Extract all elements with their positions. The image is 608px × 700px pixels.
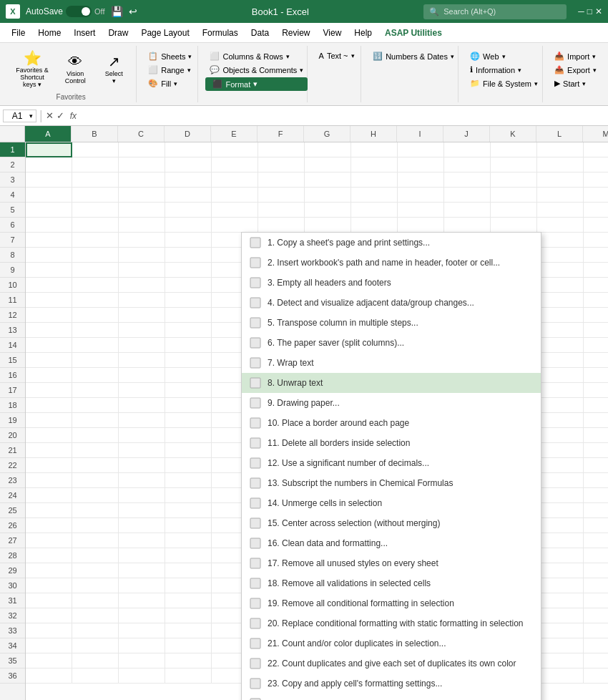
col-header-G[interactable]: G	[304, 126, 350, 142]
format-menu-item-10[interactable]: 10. Place a border around each page	[242, 413, 541, 433]
cell-L6[interactable]	[537, 218, 584, 233]
cell-C17[interactable]	[119, 383, 165, 398]
row-header-27[interactable]: 27	[0, 533, 25, 548]
row-header-22[interactable]: 22	[0, 458, 25, 473]
cell-F3[interactable]	[258, 172, 305, 188]
row-header-6[interactable]: 6	[0, 218, 25, 233]
cell-H4[interactable]	[351, 188, 398, 203]
cell-K6[interactable]	[491, 218, 537, 233]
cell-L1[interactable]	[537, 142, 584, 157]
cell-K3[interactable]	[491, 172, 537, 188]
cell-L16[interactable]	[537, 368, 584, 383]
cell-B13[interactable]	[72, 323, 119, 338]
cell-A1[interactable]	[26, 142, 72, 157]
row-header-20[interactable]: 20	[0, 428, 25, 443]
cell-L27[interactable]	[537, 533, 584, 548]
cell-C15[interactable]	[119, 353, 165, 368]
cell-I1[interactable]	[398, 142, 444, 157]
cell-C3[interactable]	[119, 172, 165, 188]
cell-B10[interactable]	[72, 278, 119, 293]
cell-D17[interactable]	[165, 383, 212, 398]
cell-F4[interactable]	[258, 188, 305, 203]
cell-D16[interactable]	[165, 368, 212, 383]
confirm-formula-icon[interactable]: ✓	[57, 110, 64, 121]
format-menu-item-4[interactable]: 4. Detect and visualize adjacent data/gr…	[242, 293, 541, 313]
autosave-toggle[interactable]	[66, 6, 92, 17]
cell-B15[interactable]	[72, 353, 119, 368]
row-header-30[interactable]: 30	[0, 578, 25, 593]
cell-M28[interactable]	[584, 548, 608, 563]
sheets-btn[interactable]: 📋 Sheets▾	[144, 50, 196, 62]
cell-L28[interactable]	[537, 548, 584, 563]
corner-cell[interactable]	[0, 126, 25, 142]
fill-btn[interactable]: 🎨 Fill▾	[144, 77, 196, 89]
cell-A4[interactable]	[26, 188, 72, 203]
cell-D12[interactable]	[165, 308, 212, 323]
cell-C9[interactable]	[119, 263, 165, 278]
cell-D26[interactable]	[165, 518, 212, 533]
cell-L20[interactable]	[537, 428, 584, 443]
cell-B17[interactable]	[72, 383, 119, 398]
cell-ref-dropdown[interactable]: ▾	[29, 112, 33, 120]
row-header-14[interactable]: 14	[0, 338, 25, 353]
row-header-31[interactable]: 31	[0, 593, 25, 608]
cell-B16[interactable]	[72, 368, 119, 383]
menu-view[interactable]: View	[318, 25, 348, 41]
cell-L29[interactable]	[537, 563, 584, 578]
cell-D27[interactable]	[165, 533, 212, 548]
cell-A9[interactable]	[26, 263, 72, 278]
cell-B27[interactable]	[72, 533, 119, 548]
cell-B9[interactable]	[72, 263, 119, 278]
cell-A17[interactable]	[26, 383, 72, 398]
cell-C11[interactable]	[119, 293, 165, 308]
format-menu-item-23[interactable]: 23. Copy and apply cell's formatting set…	[242, 674, 541, 694]
cell-D24[interactable]	[165, 488, 212, 503]
cell-B18[interactable]	[72, 398, 119, 413]
cell-M21[interactable]	[584, 443, 608, 458]
cell-D3[interactable]	[165, 172, 212, 188]
cell-J3[interactable]	[444, 172, 491, 188]
cell-M33[interactable]	[584, 623, 608, 638]
format-menu-item-19[interactable]: 19. Remove all conditional formatting in…	[242, 593, 541, 613]
cell-M1[interactable]	[584, 142, 608, 157]
cell-J6[interactable]	[444, 218, 491, 233]
cell-A26[interactable]	[26, 518, 72, 533]
format-menu-item-3[interactable]: 3. Empty all headers and footers	[242, 273, 541, 293]
cell-B5[interactable]	[72, 203, 119, 218]
cell-L21[interactable]	[537, 443, 584, 458]
cell-I2[interactable]	[398, 157, 444, 172]
minimize-btn[interactable]: ─	[578, 6, 584, 16]
cell-B2[interactable]	[72, 157, 119, 172]
cell-I6[interactable]	[398, 218, 444, 233]
format-menu-item-18[interactable]: 18. Remove all validations in selected c…	[242, 573, 541, 593]
cell-E5[interactable]	[212, 203, 258, 218]
information-btn[interactable]: ℹ Information▾	[466, 64, 542, 76]
cell-L30[interactable]	[537, 578, 584, 593]
menu-data[interactable]: Data	[245, 25, 275, 41]
cell-C34[interactable]	[119, 638, 165, 653]
save-icon[interactable]: 💾	[111, 6, 123, 17]
cell-J5[interactable]	[444, 203, 491, 218]
cell-ref[interactable]: A1	[6, 111, 28, 121]
cell-C36[interactable]	[119, 669, 165, 684]
cell-L33[interactable]	[537, 623, 584, 638]
cell-B32[interactable]	[72, 608, 119, 623]
cell-C2[interactable]	[119, 157, 165, 172]
col-header-C[interactable]: C	[118, 126, 165, 142]
row-header-1[interactable]: 1	[0, 142, 25, 157]
cell-M34[interactable]	[584, 638, 608, 653]
cell-M18[interactable]	[584, 398, 608, 413]
cell-H2[interactable]	[351, 157, 398, 172]
cell-C4[interactable]	[119, 188, 165, 203]
row-header-24[interactable]: 24	[0, 488, 25, 503]
format-menu-item-7[interactable]: 7. Wrap text	[242, 353, 541, 373]
row-header-7[interactable]: 7	[0, 233, 25, 248]
cell-L24[interactable]	[537, 488, 584, 503]
cell-C35[interactable]	[119, 653, 165, 669]
vision-control-btn[interactable]: 👁 VisionControl	[57, 52, 93, 87]
cell-B6[interactable]	[72, 218, 119, 233]
objects-comments-btn[interactable]: 💬 Objects & Comments▾	[205, 64, 308, 76]
cell-C20[interactable]	[119, 428, 165, 443]
cell-B34[interactable]	[72, 638, 119, 653]
cell-A32[interactable]	[26, 608, 72, 623]
